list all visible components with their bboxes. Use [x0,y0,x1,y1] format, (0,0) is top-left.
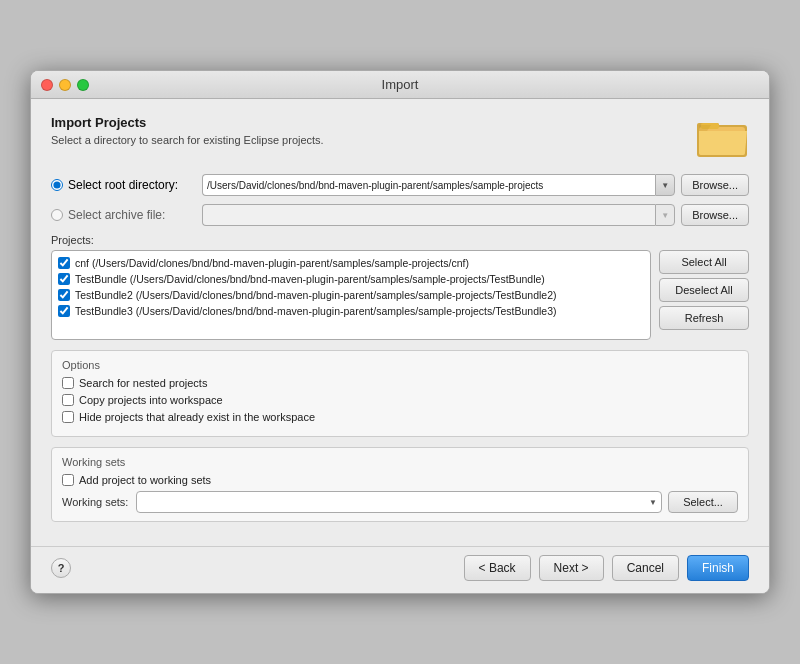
root-dir-field-container: ▼ [202,174,675,196]
option-row: Search for nested projects [62,377,738,389]
archive-file-field-container: ▼ [202,204,675,226]
option-label: Hide projects that already exist in the … [79,411,315,423]
close-button[interactable] [41,79,53,91]
section-subtitle: Select a directory to search for existin… [51,134,324,146]
archive-file-browse-button[interactable]: Browse... [681,204,749,226]
root-dir-radio[interactable] [51,179,63,191]
section-title: Import Projects [51,115,324,130]
project-checkbox[interactable] [58,289,70,301]
working-sets-dropdown[interactable]: ▼ [136,491,662,513]
projects-label: Projects: [51,234,749,246]
project-checkbox[interactable] [58,273,70,285]
header-text: Import Projects Select a directory to se… [51,115,324,160]
deselect-all-button[interactable]: Deselect All [659,278,749,302]
traffic-lights [41,79,89,91]
project-checkbox[interactable] [58,305,70,317]
back-button[interactable]: < Back [464,555,531,581]
working-sets-title: Working sets [62,456,738,468]
add-to-working-sets-checkbox[interactable] [62,474,74,486]
folder-icon [697,115,749,159]
project-name: TestBundle2 (/Users/David/clones/bnd/bnd… [75,289,557,301]
window-title: Import [382,77,419,92]
archive-file-dropdown-arrow[interactable]: ▼ [655,204,675,226]
option-label: Search for nested projects [79,377,207,389]
archive-file-input[interactable] [202,204,655,226]
root-dir-browse-button[interactable]: Browse... [681,174,749,196]
list-item: cnf (/Users/David/clones/bnd/bnd-maven-p… [56,255,646,271]
select-all-button[interactable]: Select All [659,250,749,274]
projects-list: cnf (/Users/David/clones/bnd/bnd-maven-p… [51,250,651,340]
ws-dropdown-arrow: ▼ [649,498,657,507]
working-sets-box: Working sets Add project to working sets… [51,447,749,522]
footer: ? < Back Next > Cancel Finish [31,546,769,593]
root-dir-input[interactable] [202,174,655,196]
archive-file-row: Select archive file: ▼ Browse... [51,204,749,226]
refresh-button[interactable]: Refresh [659,306,749,330]
add-to-working-sets-label: Add project to working sets [79,474,211,486]
archive-file-label-text: Select archive file: [68,208,165,222]
project-name: TestBundle (/Users/David/clones/bnd/bnd-… [75,273,545,285]
option-label: Copy projects into workspace [79,394,223,406]
project-name: cnf (/Users/David/clones/bnd/bnd-maven-p… [75,257,469,269]
projects-area: cnf (/Users/David/clones/bnd/bnd-maven-p… [51,250,749,340]
maximize-button[interactable] [77,79,89,91]
list-item: TestBundle2 (/Users/David/clones/bnd/bnd… [56,287,646,303]
titlebar: Import [31,71,769,99]
root-dir-row: Select root directory: ▼ Browse... [51,174,749,196]
list-item: TestBundle3 (/Users/David/clones/bnd/bnd… [56,303,646,319]
help-button[interactable]: ? [51,558,71,578]
cancel-button[interactable]: Cancel [612,555,679,581]
option-checkbox[interactable] [62,394,74,406]
projects-buttons: Select All Deselect All Refresh [659,250,749,340]
options-box: Options Search for nested projectsCopy p… [51,350,749,437]
header-row: Import Projects Select a directory to se… [51,115,749,160]
option-checkbox[interactable] [62,377,74,389]
footer-left: ? [51,558,71,578]
working-sets-label: Working sets: [62,496,128,508]
import-dialog: Import Import Projects Select a director… [30,70,770,594]
root-dir-radio-label[interactable]: Select root directory: [51,178,196,192]
working-sets-input-row: Working sets: ▼ Select... [62,491,738,513]
finish-button[interactable]: Finish [687,555,749,581]
dialog-content: Import Projects Select a directory to se… [31,99,769,546]
root-dir-label-text: Select root directory: [68,178,178,192]
option-row: Hide projects that already exist in the … [62,411,738,423]
minimize-button[interactable] [59,79,71,91]
option-row: Copy projects into workspace [62,394,738,406]
project-name: TestBundle3 (/Users/David/clones/bnd/bnd… [75,305,557,317]
project-checkbox[interactable] [58,257,70,269]
root-dir-dropdown-arrow[interactable]: ▼ [655,174,675,196]
select-working-sets-button[interactable]: Select... [668,491,738,513]
add-to-working-sets-row: Add project to working sets [62,474,738,486]
list-item: TestBundle (/Users/David/clones/bnd/bnd-… [56,271,646,287]
archive-file-radio[interactable] [51,209,63,221]
option-checkbox[interactable] [62,411,74,423]
archive-file-radio-label[interactable]: Select archive file: [51,208,196,222]
next-button[interactable]: Next > [539,555,604,581]
options-title: Options [62,359,738,371]
footer-right: < Back Next > Cancel Finish [464,555,749,581]
